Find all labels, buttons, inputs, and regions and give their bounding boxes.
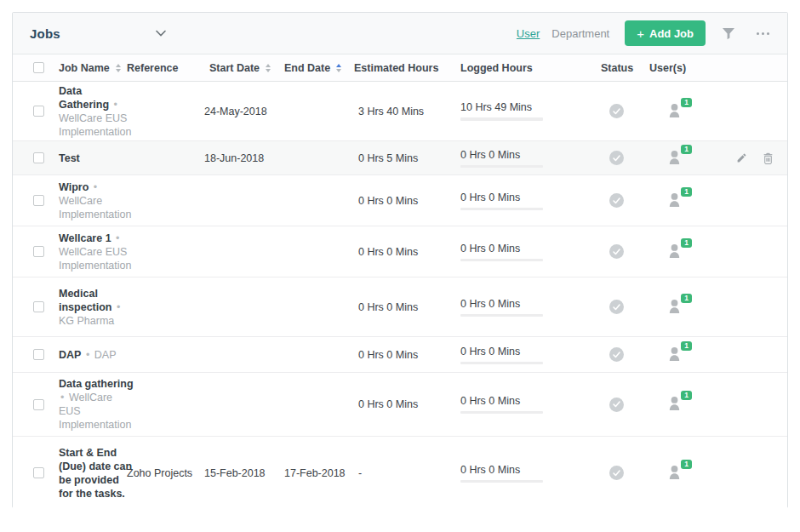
logged-hours-cell: 0 Hrs 0 Mins bbox=[460, 337, 546, 372]
plus-icon: + bbox=[637, 26, 644, 41]
assigned-users-icon[interactable]: 1 bbox=[667, 149, 684, 168]
filter-icon[interactable] bbox=[717, 22, 740, 44]
progress-bar bbox=[460, 480, 543, 483]
progress-bar bbox=[460, 362, 543, 364]
view-toggle-department[interactable]: Department bbox=[551, 27, 609, 40]
estimated-hours: 0 Hrs 0 Mins bbox=[358, 337, 435, 372]
job-name-cell: Medical inspection • KG Pharma bbox=[59, 287, 134, 328]
logged-hours-cell: 0 Hrs 0 Mins bbox=[460, 437, 546, 509]
progress-bar bbox=[460, 165, 543, 168]
job-name-cell: Wipro • WellCare Implementation bbox=[59, 180, 134, 221]
progress-bar bbox=[460, 117, 543, 121]
user-count-badge: 1 bbox=[681, 341, 692, 351]
table-row[interactable]: Medical inspection • KG Pharma 0 Hrs 0 M… bbox=[13, 277, 787, 337]
progress-bar bbox=[460, 208, 543, 210]
status-check-icon[interactable] bbox=[609, 104, 624, 118]
user-count-badge: 1 bbox=[681, 391, 692, 400]
col-header-status: Status bbox=[601, 54, 633, 81]
col-header-start-date[interactable]: Start Date bbox=[209, 54, 271, 81]
row-checkbox[interactable] bbox=[33, 246, 44, 257]
status-check-icon[interactable] bbox=[609, 151, 624, 165]
table-row[interactable]: Data gathering • WellCare EUS Implementa… bbox=[13, 373, 787, 437]
table-row[interactable]: Start & End (Due) date can be provided f… bbox=[13, 437, 787, 509]
select-all-checkbox[interactable] bbox=[33, 62, 44, 73]
estimated-hours: 0 Hrs 0 Mins bbox=[358, 226, 435, 277]
logged-hours: 0 Hrs 0 Mins bbox=[460, 243, 520, 255]
add-job-button[interactable]: + Add Job bbox=[625, 20, 706, 46]
table-row[interactable]: Wellcare 1 • WellCare EUS Implementation… bbox=[13, 226, 787, 277]
estimated-hours: 0 Hrs 0 Mins bbox=[358, 373, 435, 436]
add-job-label: Add Job bbox=[649, 27, 694, 40]
estimated-hours: 0 Hrs 5 Mins bbox=[358, 141, 435, 174]
logged-hours: 0 Hrs 0 Mins bbox=[460, 192, 520, 203]
logged-hours-cell: 10 Hrs 49 Mins bbox=[460, 82, 546, 140]
col-header-users: User(s) bbox=[649, 54, 686, 81]
row-checkbox[interactable] bbox=[33, 152, 44, 163]
row-checkbox[interactable] bbox=[33, 106, 44, 117]
edit-icon[interactable] bbox=[736, 152, 747, 163]
assigned-users-icon[interactable]: 1 bbox=[667, 243, 684, 261]
sort-icon[interactable] bbox=[266, 64, 271, 72]
table-row[interactable]: Wipro • WellCare Implementation 0 Hrs 0 … bbox=[13, 175, 787, 226]
logged-hours: 0 Hrs 0 Mins bbox=[460, 346, 520, 358]
logged-hours-cell: 0 Hrs 0 Mins bbox=[460, 141, 546, 174]
row-checkbox[interactable] bbox=[33, 195, 44, 206]
chevron-down-icon[interactable] bbox=[156, 30, 166, 37]
estimated-hours: 3 Hrs 40 Mins bbox=[358, 82, 435, 140]
row-checkbox[interactable] bbox=[33, 301, 44, 312]
col-header-reference: Reference bbox=[127, 54, 178, 81]
col-header-job-name[interactable]: Job Name bbox=[59, 54, 121, 81]
end-date: 17-Feb-2018 bbox=[284, 437, 351, 509]
job-name-cell: Wellcare 1 • WellCare EUS Implementation bbox=[59, 232, 134, 272]
assigned-users-icon[interactable]: 1 bbox=[667, 464, 684, 483]
table-header: Job Name Reference Start Date End Date E… bbox=[13, 54, 787, 82]
row-checkbox[interactable] bbox=[33, 467, 44, 478]
user-count-badge: 1 bbox=[681, 460, 692, 469]
table-row[interactable]: DAP • DAP 0 Hrs 0 Mins 0 Hrs 0 Mins 1 bbox=[13, 337, 787, 373]
status-check-icon[interactable] bbox=[609, 466, 624, 480]
estimated-hours: - bbox=[358, 437, 435, 509]
logged-hours: 0 Hrs 0 Mins bbox=[460, 395, 520, 407]
start-date: 15-Feb-2018 bbox=[204, 437, 281, 509]
progress-bar bbox=[460, 411, 543, 414]
table-row[interactable]: Data Gathering • WellCare EUS Implementa… bbox=[13, 82, 787, 141]
view-toggle-user[interactable]: User bbox=[517, 27, 540, 40]
estimated-hours: 0 Hrs 0 Mins bbox=[358, 175, 435, 226]
job-name-cell: Data Gathering • WellCare EUS Implementa… bbox=[59, 84, 134, 139]
logged-hours: 0 Hrs 0 Mins bbox=[460, 149, 520, 161]
progress-bar bbox=[460, 314, 543, 317]
start-date: 24-May-2018 bbox=[204, 82, 281, 140]
job-name-cell: Start & End (Due) date can be provided f… bbox=[59, 446, 134, 501]
table-row[interactable]: Test 18-Jun-2018 0 Hrs 5 Mins 0 Hrs 0 Mi… bbox=[13, 141, 787, 175]
logged-hours-cell: 0 Hrs 0 Mins bbox=[460, 373, 546, 436]
logged-hours: 0 Hrs 0 Mins bbox=[460, 298, 520, 310]
job-name-cell: Data gathering • WellCare EUS Implementa… bbox=[59, 377, 134, 432]
more-options-icon[interactable] bbox=[751, 22, 774, 44]
status-check-icon[interactable] bbox=[609, 244, 624, 259]
progress-bar bbox=[460, 259, 543, 261]
row-checkbox[interactable] bbox=[33, 349, 44, 360]
logged-hours: 10 Hrs 49 Mins bbox=[460, 101, 532, 113]
assigned-users-icon[interactable]: 1 bbox=[667, 298, 684, 317]
page-title: Jobs bbox=[30, 26, 60, 41]
row-checkbox[interactable] bbox=[33, 399, 44, 410]
start-date: 18-Jun-2018 bbox=[204, 141, 281, 174]
assigned-users-icon[interactable]: 1 bbox=[667, 192, 684, 210]
col-header-end-date[interactable]: End Date bbox=[284, 54, 341, 81]
delete-icon[interactable] bbox=[763, 152, 774, 164]
assigned-users-icon[interactable]: 1 bbox=[667, 102, 684, 121]
estimated-hours: 0 Hrs 0 Mins bbox=[358, 277, 435, 336]
status-check-icon[interactable] bbox=[609, 300, 624, 314]
logged-hours-cell: 0 Hrs 0 Mins bbox=[460, 277, 546, 336]
sort-icon[interactable] bbox=[116, 64, 121, 72]
status-check-icon[interactable] bbox=[609, 347, 624, 362]
sort-icon-active-asc[interactable] bbox=[336, 64, 341, 72]
assigned-users-icon[interactable]: 1 bbox=[667, 395, 684, 414]
assigned-users-icon[interactable]: 1 bbox=[667, 346, 684, 364]
status-check-icon[interactable] bbox=[609, 193, 624, 208]
status-check-icon[interactable] bbox=[609, 398, 624, 412]
logged-hours: 0 Hrs 0 Mins bbox=[460, 464, 520, 476]
reference: Zoho Projects bbox=[127, 437, 208, 509]
user-count-badge: 1 bbox=[681, 98, 692, 107]
col-header-estimated-hours: Estimated Hours bbox=[354, 54, 438, 81]
